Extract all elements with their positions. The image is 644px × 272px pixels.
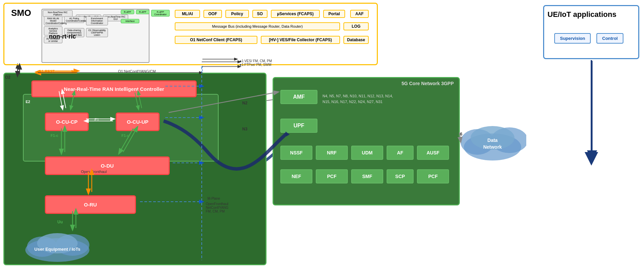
o1-ves-label: ●1:VES/ FM, CM, PM ●1:FTPse/ PM, SWM xyxy=(240,59,272,67)
f1u-label: F1-u xyxy=(121,133,129,138)
svg-text:Network: Network xyxy=(483,144,502,150)
open-fronthaul-label: Open Fronthaul xyxy=(81,170,107,174)
smf-box: SMF xyxy=(351,169,383,183)
supervision-button[interactable]: Supervision xyxy=(554,33,591,44)
mlai-box: ML/AI xyxy=(175,10,200,18)
core-title: 5G Core Network 3GPP xyxy=(401,81,454,86)
rapp-box2: R-APP xyxy=(136,10,149,14)
udm-box: UDM xyxy=(351,146,383,160)
core-network-box: 5G Core Network 3GPP AMF N4, N5, N7, N8,… xyxy=(273,77,460,205)
odu-label: O-DU xyxy=(101,163,114,169)
pcf-box: PCF xyxy=(316,169,348,183)
policy-box: Policy xyxy=(225,10,249,18)
o1-netconf-label: O1:NetConf/YANG/CM xyxy=(118,69,156,73)
so-box: SO xyxy=(252,10,268,18)
ocu-up-label: O-CU-UP xyxy=(127,119,148,125)
nonrt-ric-box: Non-RealTime RIC Platform Non-RealTime R… xyxy=(41,9,149,63)
main-diagram: SMO Non-RealTime RIC Platform Non-RealTi… xyxy=(0,0,644,272)
scp-box: SCP xyxy=(387,169,414,183)
n-interfaces: N4, N5, N7, N8, N10, N11, N12, N13, N14,… xyxy=(323,93,393,104)
database-box: Database xyxy=(343,36,369,44)
nef-box: NEF xyxy=(280,169,312,183)
ausf-box: AUSF xyxy=(417,146,449,160)
mplane-label: M-Plane xyxy=(207,197,220,200)
uu-label: Uu xyxy=(57,220,63,224)
a1-policy-box: A1 Policy Coordinator/Catalog xyxy=(64,16,84,23)
rapp-coordinator: R-APP Coordinator xyxy=(151,10,170,17)
openfront-label: OpenFronthaulNetConf/YANGFM, CM, PM xyxy=(206,202,228,213)
data-network-cloud: Data Network xyxy=(459,115,526,166)
f1c-label: F1-c xyxy=(51,133,58,138)
a1-rest-label: A1:REST xyxy=(39,69,55,73)
o2-label: O2 xyxy=(5,75,10,80)
af-box: AF xyxy=(387,146,414,160)
control-button[interactable]: Control xyxy=(596,33,623,44)
nonrt-ric-big-label: non-rt-ric xyxy=(49,33,76,40)
ocu-cp-label: O-CU-CP xyxy=(56,119,78,125)
nonrt-ric-platform-label: Non-RealTime RIC Platform xyxy=(43,10,73,17)
odu-component: O-DU xyxy=(45,156,170,175)
upf-box: UPF xyxy=(280,119,317,133)
log-box: LOG xyxy=(343,22,369,30)
aaf-box: AAF xyxy=(350,10,369,18)
n2-label: N2 xyxy=(242,101,247,105)
ue-cloud: User Equipment / IoTs xyxy=(20,226,94,264)
smo-box: SMO Non-RealTime RIC Platform Non-RealTi… xyxy=(3,3,378,65)
nearrt-ric-component: Near-Real-Time RAN Intelligent Controlle… xyxy=(31,80,197,97)
rapp-interface: Interface xyxy=(121,19,139,23)
ocu-cp-component: O-CU-CP xyxy=(45,113,89,131)
nearrt-ric-label: Near-Real-Time RAN Intelligent Controlle… xyxy=(64,86,164,92)
ocu-up-component: O-CU-UP xyxy=(116,113,160,131)
ran-ml-box: RAN ML/AI Model Coordinator/Catalog xyxy=(44,16,62,25)
rapp-box1: R-APP xyxy=(121,10,134,14)
svg-text:Data: Data xyxy=(487,138,498,143)
enrichment-box: Enrichment Information Coordinator xyxy=(86,16,108,25)
e2-label: E2 xyxy=(26,100,30,104)
ue-iot-box: UE/IoT applications Supervision Control xyxy=(543,5,639,59)
n3-label: N3 xyxy=(242,127,247,131)
portal-box: Portal xyxy=(323,10,345,18)
message-bus-box: Message Bus (including Message Router, D… xyxy=(175,22,340,30)
amf-box: AMF xyxy=(280,90,317,104)
svg-text:User Equipment / IoTs: User Equipment / IoTs xyxy=(34,247,80,252)
pcf2-box: PCF xyxy=(417,169,449,183)
oru-component: O-RU xyxy=(45,195,136,214)
o1-netconf-box: O1 NetConf Client (FCAPS) xyxy=(175,36,257,44)
e1-label: E1 xyxy=(94,118,99,122)
oof-box: OOF xyxy=(203,10,222,18)
nssf-box: NSSF xyxy=(280,146,312,160)
smo-title: SMO xyxy=(11,8,31,18)
uservices-box: µServices (FCAPS) xyxy=(271,10,320,18)
nrf-box: NRF xyxy=(316,146,348,160)
ue-iot-title: UE/IoT applications xyxy=(548,10,616,19)
hv-ves-box: [HV-] VES/File Collector (FCAPS) xyxy=(261,36,340,44)
oru-label: O-RU xyxy=(84,202,97,207)
o1-obs-box: O1 Observability CM/FM/PM Listen xyxy=(86,28,108,37)
